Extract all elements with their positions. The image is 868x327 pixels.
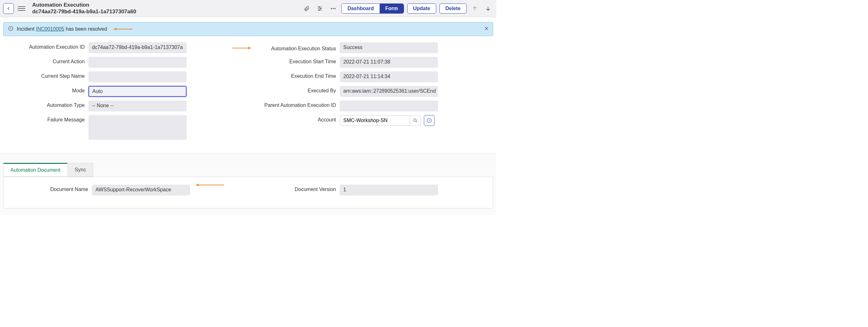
field-mode: Mode Auto [3, 86, 242, 97]
label-parent-execution-id: Parent Automation Execution ID [254, 100, 340, 108]
banner-prefix: Incident [17, 26, 36, 32]
back-button[interactable] [3, 3, 14, 14]
label-document-name: Document Name [7, 185, 92, 192]
tabs: Automation Document Sync [3, 163, 93, 177]
next-record-icon[interactable] [483, 3, 493, 13]
page-subtitle: dc74aa72-79bd-419a-b9a1-1a7137307a60 [32, 8, 136, 15]
svg-point-6 [331, 8, 332, 9]
info-banner: Incident INC0010005 has been resolved [3, 22, 493, 36]
header-left: Automation Execution dc74aa72-79bd-419a-… [3, 2, 136, 15]
page-title: Automation Execution [32, 2, 136, 8]
lookup-icon[interactable] [410, 115, 421, 126]
value-current-action [89, 57, 186, 68]
field-executed-by: Executed By arn:aws:iam::272890525361:us… [254, 86, 493, 97]
incident-link[interactable]: INC0010005 [36, 26, 64, 32]
form-col-right: Automation Execution Status Success Exec… [254, 42, 493, 144]
value-executed-by: arn:aws:iam::272890525361:user/SCEnd [340, 86, 438, 97]
value-automation-execution-id: dc74aa72-79bd-419a-b9a1-1a7137307a [89, 42, 186, 53]
value-parent-execution-id [340, 100, 438, 111]
field-document-version: Document Version 1 [254, 185, 490, 196]
field-parent-execution-id: Parent Automation Execution ID [254, 100, 493, 111]
tab-body: Document Name AWSSupport-RecoverWorkSpac… [3, 177, 493, 208]
field-failure-message: Failure Message [3, 115, 242, 140]
value-start-time: 2022-07-21 11:07:38 [340, 57, 438, 68]
value-end-time: 2022-07-21 11:14:34 [340, 71, 438, 82]
annotation-arrow [196, 185, 224, 185]
doc-col-left: Document Name AWSSupport-RecoverWorkSpac… [7, 185, 242, 199]
form-col-left: Automation Execution ID dc74aa72-79bd-41… [3, 42, 242, 144]
prev-record-icon[interactable] [470, 3, 480, 13]
field-current-action: Current Action [3, 57, 242, 68]
account-lookup [340, 115, 435, 126]
label-start-time: Execution Start Time [254, 57, 340, 64]
value-document-name: AWSSupport-RecoverWorkSpace [92, 185, 190, 196]
form-button[interactable]: Form [380, 4, 404, 13]
label-current-action: Current Action [3, 57, 89, 64]
value-automation-type[interactable]: -- None -- [89, 100, 186, 111]
label-end-time: Execution End Time [254, 71, 340, 79]
record-info-icon[interactable] [424, 115, 435, 126]
value-failure-message [89, 115, 186, 140]
label-failure-message: Failure Message [3, 115, 89, 123]
svg-point-8 [335, 8, 336, 9]
info-icon [8, 26, 13, 33]
field-document-name: Document Name AWSSupport-RecoverWorkSpac… [7, 185, 242, 196]
field-account: Account [254, 115, 493, 126]
value-document-version: 1 [340, 185, 438, 196]
field-current-step-name: Current Step Name [3, 71, 242, 82]
view-toggle: Dashboard Form [341, 3, 404, 13]
settings-sliders-icon[interactable] [315, 3, 325, 13]
close-banner-icon[interactable] [484, 26, 489, 32]
banner-text: Incident INC0010005 has been resolved [17, 26, 107, 32]
banner-suffix: has been resolved [64, 26, 107, 32]
svg-line-17 [416, 121, 417, 122]
label-executed-by: Executed By [254, 86, 340, 94]
svg-point-13 [11, 28, 11, 28]
label-status: Automation Execution Status [254, 44, 340, 52]
label-account: Account [254, 115, 340, 123]
svg-point-7 [333, 8, 334, 9]
dashboard-button[interactable]: Dashboard [342, 4, 380, 13]
header-right: Dashboard Form Update Delete [302, 3, 493, 13]
value-mode[interactable]: Auto [89, 86, 186, 97]
tab-automation-document[interactable]: Automation Document [3, 163, 68, 176]
label-document-version: Document Version [254, 185, 340, 192]
label-automation-type: Automation Type [3, 100, 89, 108]
svg-point-16 [413, 119, 416, 121]
svg-point-20 [429, 120, 430, 120]
field-automation-type: Automation Type -- None -- [3, 100, 242, 111]
update-button[interactable]: Update [407, 3, 436, 13]
label-mode: Mode [3, 86, 89, 94]
menu-icon[interactable] [18, 5, 25, 12]
doc-col-right: Document Version 1 [254, 185, 490, 199]
related-tabs-section: Automation Document Sync Document Name A… [0, 153, 496, 215]
field-start-time: Execution Start Time 2022-07-21 11:07:38 [254, 57, 493, 68]
form-body: Automation Execution ID dc74aa72-79bd-41… [0, 36, 496, 153]
header-bar: Automation Execution dc74aa72-79bd-419a-… [0, 0, 496, 17]
label-automation-execution-id: Automation Execution ID [3, 42, 89, 50]
tab-sync[interactable]: Sync [67, 163, 93, 176]
attachments-icon[interactable] [302, 3, 312, 13]
more-actions-icon[interactable] [328, 3, 338, 13]
annotation-arrow [114, 29, 132, 29]
label-current-step-name: Current Step Name [3, 71, 89, 79]
account-input[interactable] [340, 115, 410, 126]
value-current-step-name [89, 71, 186, 82]
value-status: Success [340, 42, 438, 53]
page-title-block: Automation Execution dc74aa72-79bd-419a-… [32, 2, 136, 15]
annotation-arrow [232, 48, 251, 49]
delete-button[interactable]: Delete [439, 3, 467, 13]
field-automation-execution-id: Automation Execution ID dc74aa72-79bd-41… [3, 42, 242, 53]
field-end-time: Execution End Time 2022-07-21 11:14:34 [254, 71, 493, 82]
field-status: Automation Execution Status Success [254, 42, 493, 53]
